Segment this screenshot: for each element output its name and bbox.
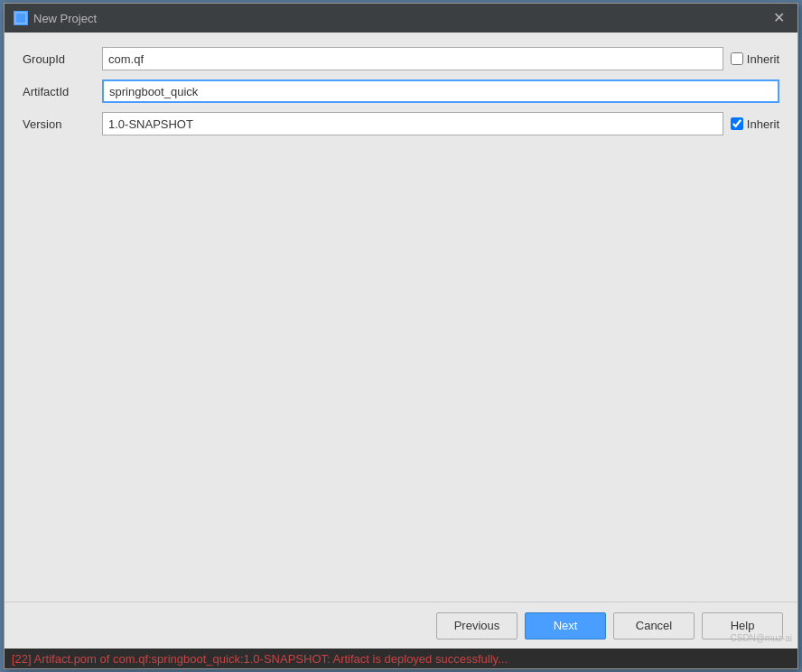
version-inherit-label: Inherit: [747, 117, 779, 131]
groupid-inherit-container: Inherit: [731, 52, 779, 66]
dialog-icon: [14, 11, 28, 25]
new-project-dialog: New Project ✕ GroupId Inherit ArtifactId…: [4, 3, 798, 669]
version-row: Version Inherit: [23, 112, 779, 135]
version-inherit-checkbox[interactable]: [731, 117, 743, 130]
artifactid-row: ArtifactId: [23, 79, 779, 103]
status-text: [22] Artifact.pom of com.qf:springboot_q…: [12, 652, 508, 666]
artifactid-label: ArtifactId: [23, 85, 95, 98]
title-bar-left: New Project: [14, 11, 97, 25]
version-input[interactable]: [102, 112, 723, 135]
dialog-title: New Project: [33, 12, 97, 25]
groupid-inherit-checkbox[interactable]: [731, 52, 743, 65]
content-spacer: [23, 145, 779, 587]
svg-rect-1: [17, 14, 21, 18]
dialog-content: GroupId Inherit ArtifactId Version Inher…: [5, 33, 797, 602]
next-button[interactable]: Next: [525, 612, 606, 639]
groupid-label: GroupId: [23, 52, 95, 66]
status-bar: [22] Artifact.pom of com.qf:springboot_q…: [5, 649, 797, 668]
close-button[interactable]: ✕: [769, 11, 788, 25]
artifactid-input[interactable]: [102, 79, 779, 103]
groupid-row: GroupId Inherit: [23, 47, 779, 70]
watermark: CSDN@muz-ai: [731, 633, 793, 643]
version-label: Version: [23, 117, 95, 131]
version-inherit-container: Inherit: [731, 117, 779, 131]
groupid-input[interactable]: [102, 47, 723, 70]
title-bar: New Project ✕: [5, 4, 797, 33]
button-bar: Previous Next Cancel Help: [5, 602, 797, 649]
cancel-button[interactable]: Cancel: [613, 612, 695, 639]
groupid-inherit-label: Inherit: [747, 52, 779, 66]
previous-button[interactable]: Previous: [436, 612, 518, 639]
